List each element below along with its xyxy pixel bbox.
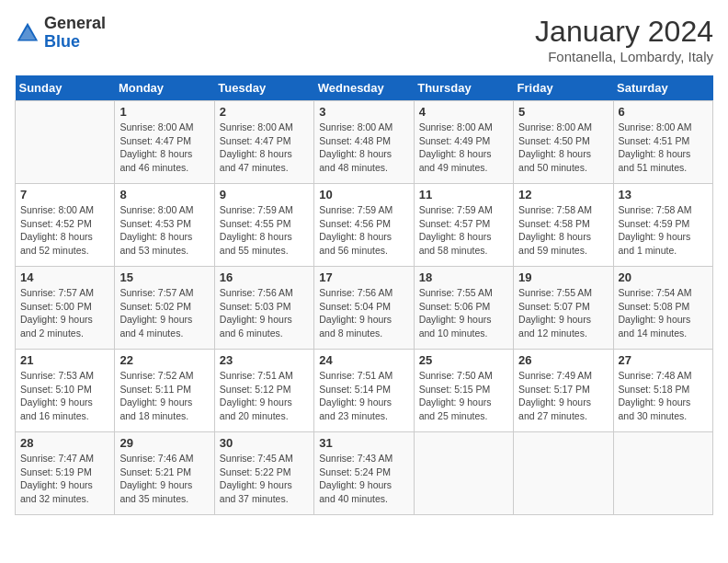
calendar-cell: 29Sunrise: 7:46 AMSunset: 5:21 PMDayligh… <box>115 432 214 515</box>
day-number: 10 <box>319 188 408 201</box>
day-details: Sunrise: 7:59 AMSunset: 4:56 PMDaylight:… <box>319 203 408 258</box>
day-number: 12 <box>518 188 608 201</box>
calendar-week-row: 7Sunrise: 8:00 AMSunset: 4:52 PMDaylight… <box>16 184 713 267</box>
calendar-title: January 2024 <box>535 15 713 49</box>
calendar-cell: 19Sunrise: 7:55 AMSunset: 5:07 PMDayligh… <box>514 267 613 350</box>
day-number: 19 <box>518 270 608 284</box>
day-details: Sunrise: 7:58 AMSunset: 4:59 PMDaylight:… <box>619 203 708 258</box>
day-details: Sunrise: 8:00 AMSunset: 4:50 PMDaylight:… <box>518 121 608 175</box>
weekday-header-tuesday: Tuesday <box>214 75 313 101</box>
day-details: Sunrise: 8:00 AMSunset: 4:48 PMDaylight:… <box>319 121 408 175</box>
weekday-header-thursday: Thursday <box>414 75 513 101</box>
calendar-week-row: 1Sunrise: 8:00 AMSunset: 4:47 PMDaylight… <box>16 101 713 184</box>
weekday-header-monday: Monday <box>115 75 214 101</box>
day-details: Sunrise: 7:59 AMSunset: 4:55 PMDaylight:… <box>220 203 309 258</box>
weekday-header-saturday: Saturday <box>613 75 712 101</box>
calendar-cell: 28Sunrise: 7:47 AMSunset: 5:19 PMDayligh… <box>16 432 115 515</box>
day-number: 9 <box>220 188 309 201</box>
day-number: 20 <box>619 270 708 284</box>
day-number: 30 <box>220 436 309 450</box>
day-number: 6 <box>619 105 708 119</box>
calendar-cell: 31Sunrise: 7:43 AMSunset: 5:24 PMDayligh… <box>314 432 414 515</box>
day-details: Sunrise: 7:43 AMSunset: 5:24 PMDaylight:… <box>319 452 408 506</box>
calendar-week-row: 28Sunrise: 7:47 AMSunset: 5:19 PMDayligh… <box>16 432 713 515</box>
logo-blue-text: Blue <box>44 33 106 52</box>
day-details: Sunrise: 7:47 AMSunset: 5:19 PMDaylight:… <box>20 452 109 506</box>
day-details: Sunrise: 7:57 AMSunset: 5:02 PMDaylight:… <box>119 286 209 340</box>
day-details: Sunrise: 8:00 AMSunset: 4:47 PMDaylight:… <box>220 121 309 175</box>
day-number: 7 <box>20 188 109 201</box>
calendar-cell: 1Sunrise: 8:00 AMSunset: 4:47 PMDaylight… <box>115 101 214 184</box>
calendar-cell: 2Sunrise: 8:00 AMSunset: 4:47 PMDaylight… <box>214 101 313 184</box>
calendar-cell: 17Sunrise: 7:56 AMSunset: 5:04 PMDayligh… <box>314 267 414 350</box>
day-details: Sunrise: 8:00 AMSunset: 4:47 PMDaylight:… <box>119 121 209 175</box>
day-details: Sunrise: 7:51 AMSunset: 5:12 PMDaylight:… <box>220 369 309 423</box>
day-details: Sunrise: 7:52 AMSunset: 5:11 PMDaylight:… <box>119 369 209 423</box>
day-details: Sunrise: 8:00 AMSunset: 4:52 PMDaylight:… <box>20 203 109 258</box>
calendar-cell: 15Sunrise: 7:57 AMSunset: 5:02 PMDayligh… <box>115 267 214 350</box>
page-header: General Blue January 2024 Fontanella, Lo… <box>15 15 713 64</box>
day-number: 3 <box>319 105 408 119</box>
day-details: Sunrise: 8:00 AMSunset: 4:49 PMDaylight:… <box>419 121 508 175</box>
day-number: 14 <box>20 270 109 284</box>
day-number: 16 <box>220 270 309 284</box>
calendar-cell: 14Sunrise: 7:57 AMSunset: 5:00 PMDayligh… <box>16 267 115 350</box>
day-number: 27 <box>619 353 708 367</box>
day-details: Sunrise: 7:45 AMSunset: 5:22 PMDaylight:… <box>220 452 309 506</box>
calendar-cell: 18Sunrise: 7:55 AMSunset: 5:06 PMDayligh… <box>414 267 513 350</box>
calendar-cell: 7Sunrise: 8:00 AMSunset: 4:52 PMDaylight… <box>16 184 115 267</box>
title-area: January 2024 Fontanella, Lombardy, Italy <box>535 15 713 64</box>
weekday-header-wednesday: Wednesday <box>314 75 414 101</box>
logo-icon <box>15 20 40 46</box>
day-number: 1 <box>119 105 209 119</box>
calendar-cell: 22Sunrise: 7:52 AMSunset: 5:11 PMDayligh… <box>115 350 214 432</box>
day-details: Sunrise: 7:56 AMSunset: 5:03 PMDaylight:… <box>220 286 309 340</box>
calendar-cell: 20Sunrise: 7:54 AMSunset: 5:08 PMDayligh… <box>613 267 712 350</box>
weekday-header-row: SundayMondayTuesdayWednesdayThursdayFrid… <box>16 75 713 101</box>
calendar-cell <box>514 432 613 515</box>
day-number: 11 <box>419 188 508 201</box>
calendar-cell: 3Sunrise: 8:00 AMSunset: 4:48 PMDaylight… <box>314 101 414 184</box>
calendar-cell: 21Sunrise: 7:53 AMSunset: 5:10 PMDayligh… <box>16 350 115 432</box>
day-details: Sunrise: 8:00 AMSunset: 4:51 PMDaylight:… <box>619 121 708 175</box>
calendar-cell: 26Sunrise: 7:49 AMSunset: 5:17 PMDayligh… <box>514 350 613 432</box>
day-details: Sunrise: 7:57 AMSunset: 5:00 PMDaylight:… <box>20 286 109 340</box>
calendar-cell: 27Sunrise: 7:48 AMSunset: 5:18 PMDayligh… <box>613 350 712 432</box>
day-details: Sunrise: 7:59 AMSunset: 4:57 PMDaylight:… <box>419 203 508 258</box>
calendar-week-row: 21Sunrise: 7:53 AMSunset: 5:10 PMDayligh… <box>16 350 713 432</box>
day-details: Sunrise: 7:51 AMSunset: 5:14 PMDaylight:… <box>319 369 408 423</box>
day-details: Sunrise: 7:55 AMSunset: 5:06 PMDaylight:… <box>419 286 508 340</box>
day-details: Sunrise: 8:00 AMSunset: 4:53 PMDaylight:… <box>119 203 209 258</box>
day-number: 5 <box>518 105 608 119</box>
day-number: 2 <box>220 105 309 119</box>
calendar-cell: 5Sunrise: 8:00 AMSunset: 4:50 PMDaylight… <box>514 101 613 184</box>
day-details: Sunrise: 7:46 AMSunset: 5:21 PMDaylight:… <box>119 452 209 506</box>
day-number: 18 <box>419 270 508 284</box>
calendar-cell: 8Sunrise: 8:00 AMSunset: 4:53 PMDaylight… <box>115 184 214 267</box>
calendar-cell: 6Sunrise: 8:00 AMSunset: 4:51 PMDaylight… <box>613 101 712 184</box>
calendar-cell: 30Sunrise: 7:45 AMSunset: 5:22 PMDayligh… <box>214 432 313 515</box>
day-number: 28 <box>20 436 109 450</box>
calendar-cell: 13Sunrise: 7:58 AMSunset: 4:59 PMDayligh… <box>613 184 712 267</box>
day-number: 4 <box>419 105 508 119</box>
day-number: 13 <box>619 188 708 201</box>
calendar-cell <box>613 432 712 515</box>
day-details: Sunrise: 7:55 AMSunset: 5:07 PMDaylight:… <box>518 286 608 340</box>
day-number: 31 <box>319 436 408 450</box>
day-details: Sunrise: 7:49 AMSunset: 5:17 PMDaylight:… <box>518 369 608 423</box>
day-number: 25 <box>419 353 508 367</box>
day-details: Sunrise: 7:56 AMSunset: 5:04 PMDaylight:… <box>319 286 408 340</box>
day-number: 29 <box>119 436 209 450</box>
calendar-cell: 11Sunrise: 7:59 AMSunset: 4:57 PMDayligh… <box>414 184 513 267</box>
weekday-header-friday: Friday <box>514 75 613 101</box>
calendar-cell: 12Sunrise: 7:58 AMSunset: 4:58 PMDayligh… <box>514 184 613 267</box>
day-number: 17 <box>319 270 408 284</box>
day-number: 8 <box>119 188 209 201</box>
calendar-cell <box>16 101 115 184</box>
day-details: Sunrise: 7:58 AMSunset: 4:58 PMDaylight:… <box>518 203 608 258</box>
day-number: 23 <box>220 353 309 367</box>
day-details: Sunrise: 7:50 AMSunset: 5:15 PMDaylight:… <box>419 369 508 423</box>
day-details: Sunrise: 7:48 AMSunset: 5:18 PMDaylight:… <box>619 369 708 423</box>
logo: General Blue <box>15 15 106 52</box>
day-number: 26 <box>518 353 608 367</box>
